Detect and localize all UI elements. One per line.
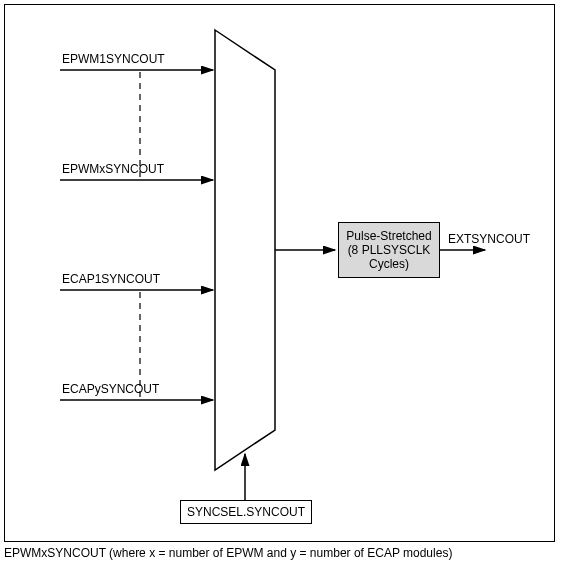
block-line3: Cycles) [346, 257, 431, 271]
label-input-ecap1syncout: ECAP1SYNCOUT [62, 272, 160, 286]
mux-shape [215, 30, 275, 470]
footnote: EPWMxSYNCOUT (where x = number of EPWM a… [4, 546, 452, 560]
block-line2: (8 PLLSYSCLK [346, 243, 431, 257]
diagram-frame: EPWM1SYNCOUT EPWMxSYNCOUT ECAP1SYNCOUT E… [0, 0, 561, 565]
pulse-stretched-text: Pulse-Stretched (8 PLLSYSCLK Cycles) [346, 229, 431, 271]
pulse-stretched-block: Pulse-Stretched (8 PLLSYSCLK Cycles) [338, 222, 440, 278]
block-line1: Pulse-Stretched [346, 229, 431, 243]
label-input-epwmxsyncout: EPWMxSYNCOUT [62, 162, 164, 176]
select-box: SYNCSEL.SYNCOUT [180, 500, 312, 524]
label-input-epwm1syncout: EPWM1SYNCOUT [62, 52, 165, 66]
select-label: SYNCSEL.SYNCOUT [187, 505, 305, 519]
label-output-extsyncout: EXTSYNCOUT [448, 232, 530, 246]
label-input-ecapysyncout: ECAPySYNCOUT [62, 382, 159, 396]
